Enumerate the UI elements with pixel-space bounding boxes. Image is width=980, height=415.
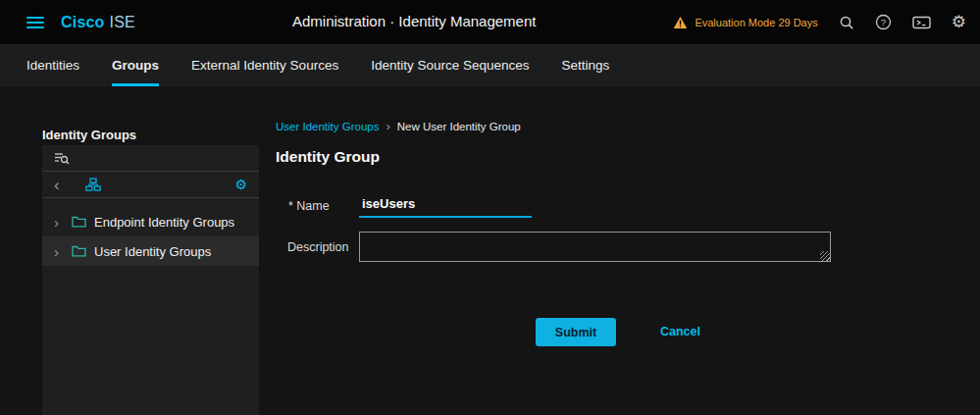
top-bar: CiscoISE Administration · Identity Manag… [0,0,980,44]
tab-groups[interactable]: Groups [112,44,159,86]
app-logo[interactable]: CiscoISE [61,14,135,31]
tree-item-endpoint-identity-groups[interactable]: › Endpoint Identity Groups [42,207,259,236]
brand-ise: ISE [110,14,135,30]
sidebar-title: Identity Groups [42,128,136,142]
evaluation-mode-badge[interactable]: Evaluation Mode 29 Days [673,16,817,29]
form-heading: Identity Group [276,148,380,166]
tree-item-label: User Identity Groups [94,244,211,259]
console-icon[interactable] [912,15,931,30]
tab-identity-source-sequences[interactable]: Identity Source Sequences [371,44,529,86]
cancel-button[interactable]: Cancel [660,325,700,338]
topbar-actions: Evaluation Mode 29 Days ? ⚙ [673,0,966,44]
name-field-label: * Name [288,199,330,213]
breadcrumb-current: New User Identity Group [397,121,521,132]
identity-groups-tree: › Endpoint Identity Groups › User Identi… [42,207,259,266]
description-textarea[interactable] [359,232,831,262]
tab-settings[interactable]: Settings [562,44,610,86]
panel-toolbar-row: ‹ ⚙ [42,172,259,198]
panel-filter-row [42,145,259,172]
description-field-label: Description [287,240,349,254]
warning-icon [673,16,688,29]
breadcrumb-separator-icon: › [386,119,389,133]
submit-button[interactable]: Submit [536,318,616,346]
main-nav-tabs: Identities Groups External Identity Sour… [0,44,980,86]
resize-grip-handle[interactable] [820,251,830,261]
brand-cisco: Cisco [61,14,105,30]
filter-search-icon[interactable] [54,151,70,165]
collapse-chevron-icon[interactable]: ‹ [54,177,60,193]
description-field-wrap [359,232,831,262]
tree-item-user-identity-groups[interactable]: › User Identity Groups [42,236,259,266]
hamburger-menu-icon[interactable] [26,14,44,31]
name-input[interactable] [359,191,532,218]
identity-groups-panel: ‹ ⚙ › Endpoint Identity Groups › [42,145,259,415]
breadcrumb: User Identity Groups › New User Identity… [276,119,521,133]
tree-settings-gear-icon[interactable]: ⚙ [234,178,247,191]
folder-icon [72,216,86,228]
help-icon[interactable]: ? [875,14,892,30]
folder-icon [72,245,86,257]
breadcrumb-parent-link[interactable]: User Identity Groups [276,121,379,132]
tree-item-label: Endpoint Identity Groups [94,215,234,230]
search-icon[interactable] [839,15,854,30]
tree-view-icon[interactable] [85,178,101,191]
gear-icon[interactable]: ⚙ [952,14,966,30]
tab-external-identity-sources[interactable]: External Identity Sources [191,44,338,86]
page-title: Administration · Identity Management [292,13,536,29]
evaluation-mode-label: Evaluation Mode 29 Days [695,17,817,28]
chevron-right-icon[interactable]: › [54,215,64,230]
chevron-right-icon[interactable]: › [54,244,64,259]
tab-identities[interactable]: Identities [26,44,79,86]
svg-text:?: ? [881,17,886,27]
